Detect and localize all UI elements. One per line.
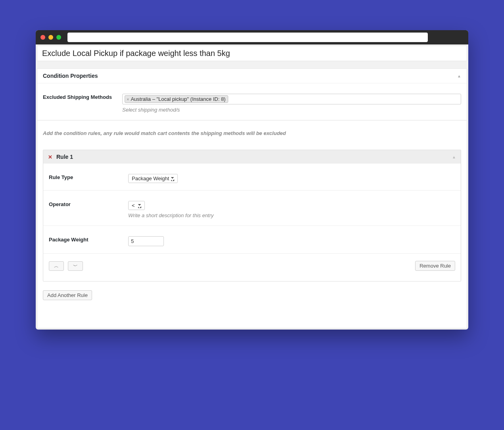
rule-type-select[interactable]: Package Weight [128, 174, 178, 183]
window-titlebar [36, 30, 468, 44]
add-rule-button[interactable]: Add Another Rule [43, 290, 92, 300]
operator-hint: Write a short description for this entry [128, 212, 455, 218]
collapse-icon[interactable]: ▲ [457, 74, 461, 78]
panel-header-label: Condition Properties [43, 73, 98, 79]
rule-type-row: Rule Type Package Weight [43, 164, 461, 191]
chevron-down-icon: ﹀ [73, 263, 78, 269]
remove-tag-icon[interactable]: × [127, 97, 129, 102]
excluded-methods-label: Excluded Shipping Methods [43, 94, 114, 113]
package-weight-input[interactable] [128, 236, 164, 246]
move-down-button[interactable]: ﹀ [68, 261, 83, 271]
app-window: Exclude Local Pickup if package weight l… [36, 30, 468, 330]
panel-body: Excluded Shipping Methods × Australia – … [37, 83, 467, 328]
condition-panel: Condition Properties ▲ Excluded Shipping… [37, 68, 467, 328]
rule-type-label: Rule Type [49, 174, 120, 183]
move-up-button[interactable]: ︿ [49, 261, 64, 271]
rule-footer: ︿ ﹀ Remove Rule [43, 254, 461, 281]
rule-title: Rule 1 [56, 154, 73, 160]
operator-row: Operator < Write a short description for… [43, 191, 461, 226]
maximize-window-icon[interactable] [56, 35, 61, 40]
operator-select[interactable]: < [128, 201, 145, 210]
close-window-icon[interactable] [40, 35, 45, 40]
rules-info-text: Add the condition rules, any rule would … [37, 120, 467, 144]
address-bar[interactable] [67, 33, 428, 42]
tag-label: Australia – "Local pickup" (Instance ID:… [131, 96, 225, 102]
add-rule-row: Add Another Rule [37, 282, 467, 328]
page-title[interactable]: Exclude Local Pickup if package weight l… [37, 46, 467, 61]
rule-header[interactable]: ✕ Rule 1 ▲ [43, 150, 461, 164]
package-weight-row: Package Weight [43, 226, 461, 254]
content-area: Exclude Local Pickup if package weight l… [36, 44, 468, 330]
remove-rule-icon[interactable]: ✕ [48, 154, 52, 160]
chevron-up-icon: ︿ [54, 263, 59, 269]
excluded-methods-row: Excluded Shipping Methods × Australia – … [37, 83, 467, 120]
panel-header[interactable]: Condition Properties ▲ [37, 69, 467, 83]
package-weight-label: Package Weight [49, 236, 120, 246]
excluded-methods-input[interactable]: × Australia – "Local pickup" (Instance I… [122, 94, 461, 104]
operator-label: Operator [49, 201, 120, 218]
rule-collapse-icon[interactable]: ▲ [452, 155, 456, 159]
remove-rule-button[interactable]: Remove Rule [415, 261, 455, 271]
minimize-window-icon[interactable] [48, 35, 53, 40]
rule-1-box: ✕ Rule 1 ▲ Rule Type Package Weight [43, 150, 461, 282]
shipping-method-tag[interactable]: × Australia – "Local pickup" (Instance I… [125, 95, 228, 103]
traffic-lights [40, 35, 61, 40]
excluded-methods-hint: Select shipping method/s [122, 107, 461, 113]
